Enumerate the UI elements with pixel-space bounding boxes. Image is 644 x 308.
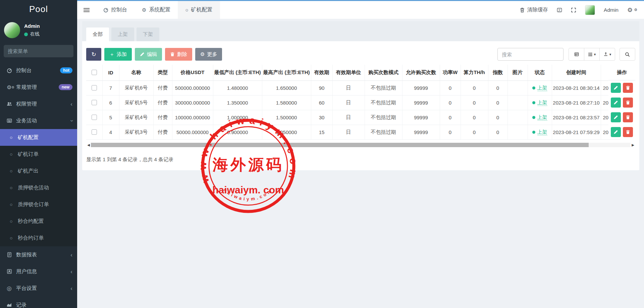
pencil-icon — [613, 100, 618, 105]
stamp-line-text: haiwaiym. com — [212, 184, 284, 195]
edit-button[interactable]: 编辑 — [135, 48, 162, 61]
refresh-button[interactable]: ↻ — [86, 48, 101, 61]
search-submit-button[interactable] — [620, 48, 635, 61]
user-name: Admin — [24, 23, 40, 29]
navbar-avatar[interactable] — [585, 5, 595, 15]
more-button[interactable]: ⚙更多 — [195, 48, 222, 61]
hamburger-menu-icon[interactable] — [77, 1, 96, 19]
sidebar-item-records[interactable]: 记录 — [0, 297, 77, 308]
horizontal-scrollbar: ◀ ▶ — [86, 143, 635, 147]
status-badge[interactable]: 上架 — [537, 129, 547, 135]
row-checkbox[interactable] — [92, 85, 97, 90]
row-checkbox[interactable] — [92, 115, 97, 120]
export-button[interactable]: ▾ — [599, 48, 615, 61]
sidebar-item-business[interactable]: 业务活动 ‹ — [0, 112, 77, 129]
table-row: 4 采矿机3号 付费 50000.000000 0.900000 1.05000… — [86, 125, 620, 139]
table-row: 6 采矿机5号 付费 300000.000000 1.350000 1.5800… — [86, 95, 620, 110]
top-navbar: 控制台 ⚙ 系统配置 ○ 矿机配置 清除缓存 文 Admin ⚙⚙ — [77, 0, 644, 19]
filter-tab-all[interactable]: 全部 — [86, 27, 109, 41]
delete-button[interactable]: 删除 — [165, 48, 192, 61]
language-icon[interactable]: 文 — [557, 7, 562, 13]
pencil-icon — [613, 130, 618, 134]
sidebar-search-input[interactable] — [8, 48, 74, 54]
pencil-icon — [613, 115, 618, 120]
ops-fixed-column: 操作 — [608, 65, 635, 139]
ops-row — [608, 110, 635, 125]
sidebar-item-pledge-order[interactable]: ○质押锁仓订单 — [0, 196, 77, 213]
filter-tab-online[interactable]: 上架 — [111, 27, 134, 41]
nav-tab-console[interactable]: 控制台 — [96, 1, 135, 19]
nav-tab-miner-config[interactable]: ○ 矿机配置 — [178, 1, 220, 19]
columns-toggle-button[interactable]: ▾ — [584, 48, 600, 61]
status-dot-icon — [532, 101, 535, 104]
trash-icon — [626, 130, 630, 134]
add-button[interactable]: ＋添加 — [104, 48, 132, 61]
row-delete-button[interactable] — [623, 83, 633, 93]
sidebar-item-miner-output[interactable]: ○矿机产出 — [0, 163, 77, 179]
common-search-toggle-button[interactable] — [569, 48, 584, 61]
status-dot-icon — [532, 86, 535, 89]
sidebar-item-miner-config[interactable]: ○矿机配置 — [0, 129, 77, 146]
sidebar-item-seconds-config[interactable]: ○秒合约配置 — [0, 213, 77, 230]
sidebar-item-seconds-order[interactable]: ○秒合约订单 — [0, 230, 77, 246]
tachometer-icon — [7, 68, 16, 73]
table-search-input[interactable] — [497, 48, 564, 61]
users-icon — [7, 101, 16, 107]
circle-icon: ○ — [185, 7, 188, 13]
trash-icon — [626, 115, 630, 120]
nav-tab-system-config[interactable]: ⚙ 系统配置 — [135, 1, 178, 19]
row-delete-button[interactable] — [623, 127, 633, 137]
navbar-username[interactable]: Admin — [604, 7, 619, 13]
new-badge: new — [59, 84, 72, 90]
id-card-icon — [7, 269, 16, 274]
status-badge[interactable]: 上架 — [537, 114, 547, 121]
status-badge[interactable]: 上架 — [537, 85, 547, 91]
records-summary: 显示第 1 到第 4 条记录，总共 4 条记录 — [86, 157, 635, 163]
settings-gears-icon[interactable]: ⚙⚙ — [627, 7, 637, 13]
grid-icon — [588, 52, 593, 57]
pencil-icon — [140, 52, 145, 57]
table-row: 5 采矿机4号 付费 100000.000000 1.000000 1.5000… — [86, 110, 620, 125]
sidebar-item-userinfo[interactable]: 用户信息 ‹ — [0, 263, 77, 280]
row-edit-button[interactable] — [611, 112, 621, 122]
caret-down-icon: ▾ — [609, 52, 611, 57]
sidebar-item-platform[interactable]: ◎ 平台设置 ‹ — [0, 280, 77, 297]
row-edit-button[interactable] — [611, 127, 621, 137]
row-checkbox[interactable] — [92, 129, 97, 135]
sidebar-item-general[interactable]: ⚙⚙ 常规管理 new — [0, 79, 77, 96]
scroll-left-arrow[interactable]: ◀ — [86, 143, 91, 147]
fullscreen-icon[interactable] — [571, 7, 576, 13]
row-edit-button[interactable] — [611, 98, 621, 108]
ops-row — [608, 125, 635, 139]
app-logo[interactable]: Pool — [0, 0, 77, 18]
main-content: 全部 上架 下架 ↻ ＋添加 编辑 删除 ⚙更多 — [82, 21, 639, 170]
scroll-right-arrow[interactable]: ▶ — [631, 143, 635, 147]
scrollbar-thumb[interactable] — [91, 143, 589, 147]
sidebar-item-pledge-activity[interactable]: ○质押锁仓活动 — [0, 179, 77, 196]
clear-cache-button[interactable]: 清除缓存 — [520, 6, 548, 13]
circle-icon: ○ — [10, 185, 18, 190]
view-button-group: ▾ ▾ — [569, 48, 615, 61]
row-edit-button[interactable] — [611, 83, 621, 93]
sidebar-item-miner-order[interactable]: ○矿机订单 — [0, 146, 77, 163]
search-icon — [625, 52, 630, 57]
circle-icon: ○ — [10, 168, 18, 174]
scrollbar-track[interactable] — [91, 143, 631, 147]
bullseye-icon: ◎ — [7, 285, 16, 292]
sidebar-item-auth[interactable]: 权限管理 ‹ — [0, 96, 77, 112]
select-all-checkbox[interactable] — [92, 70, 97, 75]
circle-icon: ○ — [10, 135, 18, 140]
miner-table: ID 名称 类型 价格USDT 最低产出 (主币:ETH) 最高产出 (主币:E… — [86, 65, 620, 140]
tachometer-icon — [103, 7, 108, 12]
row-delete-button[interactable] — [623, 98, 633, 108]
filter-tab-offline[interactable]: 下架 — [137, 27, 159, 41]
status-dot-icon — [532, 116, 535, 119]
row-checkbox[interactable] — [92, 100, 97, 105]
status-badge[interactable]: 上架 — [537, 100, 547, 106]
circle-icon: ○ — [10, 235, 18, 241]
filter-tabstrip: 全部 上架 下架 — [82, 21, 639, 41]
navbar-right: 清除缓存 文 Admin ⚙⚙ — [520, 1, 644, 19]
row-delete-button[interactable] — [623, 112, 633, 122]
sidebar-item-console[interactable]: 控制台 hot — [0, 62, 77, 79]
sidebar-item-reports[interactable]: 数据报表 ‹ — [0, 246, 77, 263]
